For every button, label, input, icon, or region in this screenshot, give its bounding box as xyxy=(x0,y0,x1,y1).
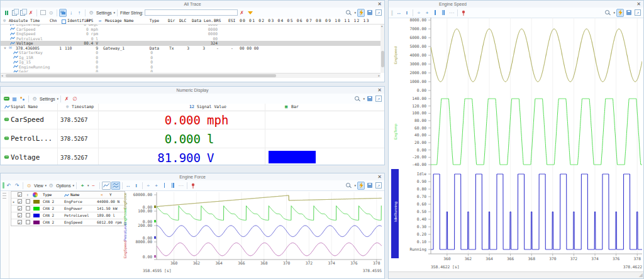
visible-checkbox-icon[interactable] xyxy=(18,220,22,224)
visible-checkbox-icon[interactable] xyxy=(18,192,22,197)
scroll-down-icon[interactable]: ↓ xyxy=(67,9,75,17)
search-icon[interactable] xyxy=(345,182,352,190)
filter-funnel-icon[interactable] xyxy=(247,9,254,17)
single-axis-icon[interactable] xyxy=(102,182,111,190)
view-icon[interactable]: ⊙ xyxy=(25,182,33,190)
chevron-down-icon[interactable]: ▾ xyxy=(354,183,356,187)
cursor-double-icon[interactable] xyxy=(169,182,177,190)
visible-checkbox-icon[interactable] xyxy=(18,213,22,217)
fit-height-icon[interactable]: I xyxy=(403,9,411,17)
col-timestamp[interactable]: Timestamp xyxy=(72,104,94,111)
pin-icon[interactable] xyxy=(189,182,197,190)
numeric-row[interactable]: Voltage378.526781.900V xyxy=(1,148,384,167)
col-bar[interactable]: Bar xyxy=(291,104,299,111)
col-dlc[interactable]: DLC xyxy=(179,18,186,24)
trace-signal-row[interactable]: Voltage80.4 V324 xyxy=(1,41,380,46)
filter-clear-icon[interactable]: ✗ xyxy=(238,9,246,17)
legend-header-row[interactable]: ↕ Type Name ✕ Y xyxy=(11,192,125,198)
zoom-y-icon[interactable]: + xyxy=(153,182,160,190)
col-data-len[interactable]: Data Len. xyxy=(192,18,213,24)
detach-icon[interactable]: ↗ xyxy=(634,9,641,17)
save-icon[interactable] xyxy=(625,9,633,17)
live-update-icon[interactable] xyxy=(357,182,365,190)
col-name[interactable]: Name xyxy=(70,192,79,198)
visible-checkbox-icon[interactable] xyxy=(18,199,22,204)
trace-signal-row[interactable]: CarSpeed0 mph0000 xyxy=(1,27,380,32)
cursor-single-icon[interactable] xyxy=(161,182,169,190)
legend-row[interactable]: CAN 2EngPower141.50 kW xyxy=(11,205,125,212)
close-icon[interactable]: ✕ xyxy=(377,1,382,8)
zoom-y-icon[interactable]: + xyxy=(423,9,431,17)
close-icon[interactable]: ✕ xyxy=(377,87,382,94)
undo-icon[interactable]: ↶ xyxy=(5,182,13,190)
panel-title-bar[interactable]: All Trace ✕ xyxy=(1,1,384,8)
trace-signal-row[interactable]: PetrolLevel0 l00 xyxy=(1,36,380,41)
cursor-more-icon[interactable]: ⋯ xyxy=(177,182,185,190)
fit-height-icon[interactable]: I xyxy=(133,182,140,190)
settings-gear-icon[interactable]: ⚙ xyxy=(87,9,95,17)
filter-input[interactable] xyxy=(145,9,238,16)
pause-icon[interactable] xyxy=(3,9,10,17)
settings-label[interactable]: Settings xyxy=(40,97,55,101)
clear-trace-icon[interactable]: ✗ xyxy=(27,9,35,17)
fit-width-icon[interactable]: ↔ xyxy=(125,182,132,190)
col-dir[interactable]: Dir xyxy=(168,18,175,24)
col-chn[interactable]: Chn xyxy=(50,18,57,24)
remove-signal-icon[interactable]: − xyxy=(90,182,97,190)
panel-title-bar[interactable]: Numeric Display ✕ xyxy=(1,87,384,94)
col-bytes[interactable]: 00 01 02 03 04 05 06 07 08 09 10 11 12 1… xyxy=(240,18,370,24)
legend-row[interactable]: ▪CAN 2EngForce44000.00 N xyxy=(11,198,125,205)
legend-row[interactable]: CAN 2EngSpeed6012.00 rpm xyxy=(11,219,125,226)
fixed-view-icon[interactable] xyxy=(59,9,67,17)
save-icon[interactable] xyxy=(366,95,374,103)
trace-signal-row[interactable]: Ig_15R00 xyxy=(1,55,380,60)
scale-checkbox-icon[interactable] xyxy=(26,206,30,211)
live-update-icon[interactable] xyxy=(616,9,624,17)
chevron-down-icon[interactable]: ▾ xyxy=(354,11,356,14)
col-esi[interactable]: ESI xyxy=(228,18,235,24)
pin-icon[interactable] xyxy=(460,9,467,17)
numeric-row[interactable]: CarSpeed378.52670.000mph xyxy=(1,111,384,129)
col-brs[interactable]: BRS xyxy=(214,18,221,24)
options-label[interactable]: Options xyxy=(56,183,70,188)
export-trace-icon[interactable] xyxy=(19,9,26,17)
resize-grip[interactable]: ◢ xyxy=(639,273,643,278)
close-icon[interactable]: ✕ xyxy=(636,1,641,8)
save-icon[interactable] xyxy=(366,9,374,17)
scroll-right-icon[interactable]: ▸ xyxy=(378,74,380,78)
cursor-double-icon[interactable] xyxy=(440,9,447,17)
scale-checkbox-icon[interactable] xyxy=(26,220,30,224)
cursor-single-icon[interactable] xyxy=(431,9,439,17)
color-options-icon[interactable] xyxy=(19,95,26,103)
scrollbar-thumb[interactable] xyxy=(6,74,276,77)
legend-row[interactable]: CAN 2PetrolLevel189.00 l xyxy=(11,212,125,219)
legend-side-strip[interactable] xyxy=(1,191,9,278)
engine-force-chart[interactable]: 360362364366368370372374376378358.4595 [… xyxy=(120,190,384,278)
scroll-up-icon[interactable]: ↑ xyxy=(75,9,83,17)
close-icon[interactable]: ✕ xyxy=(377,173,382,180)
chevron-down-icon[interactable]: ▾ xyxy=(87,183,89,187)
redo-icon[interactable]: ↷ xyxy=(13,182,21,190)
col-signal-name[interactable]: Signal Name xyxy=(11,104,38,111)
reset-icon[interactable]: ∅ xyxy=(71,95,79,103)
detach-icon[interactable]: ↗ xyxy=(375,95,382,103)
vertical-scrollbar[interactable]: ▴ xyxy=(380,25,384,73)
save-icon[interactable] xyxy=(366,182,374,190)
drag-handle[interactable]: ║ xyxy=(391,11,393,15)
settings-label[interactable]: Settings xyxy=(96,11,112,15)
col-type[interactable]: Type xyxy=(43,192,52,198)
can-signal-icon[interactable] xyxy=(3,95,10,103)
settings-gear-icon[interactable]: ⚙ xyxy=(31,95,38,103)
cursor-more-icon[interactable]: ⋯ xyxy=(448,9,455,17)
detach-icon[interactable]: ↗ xyxy=(375,9,382,17)
trace-signal-row[interactable]: Gear00 xyxy=(1,69,380,72)
col-message-name[interactable]: Message Name xyxy=(105,18,134,24)
col-type[interactable]: Type xyxy=(143,18,159,24)
horizontal-scrollbar[interactable]: ◂ ▸ xyxy=(1,73,380,78)
visible-checkbox-icon[interactable] xyxy=(18,206,22,211)
view-label[interactable]: View xyxy=(34,183,43,188)
scrollbar-thumb[interactable] xyxy=(381,51,384,67)
zoom-x-icon[interactable]: ÷ xyxy=(145,182,152,190)
trace-signal-row[interactable]: EngineRunning00 xyxy=(1,65,380,70)
scroll-left-icon[interactable]: ◂ xyxy=(1,74,3,78)
